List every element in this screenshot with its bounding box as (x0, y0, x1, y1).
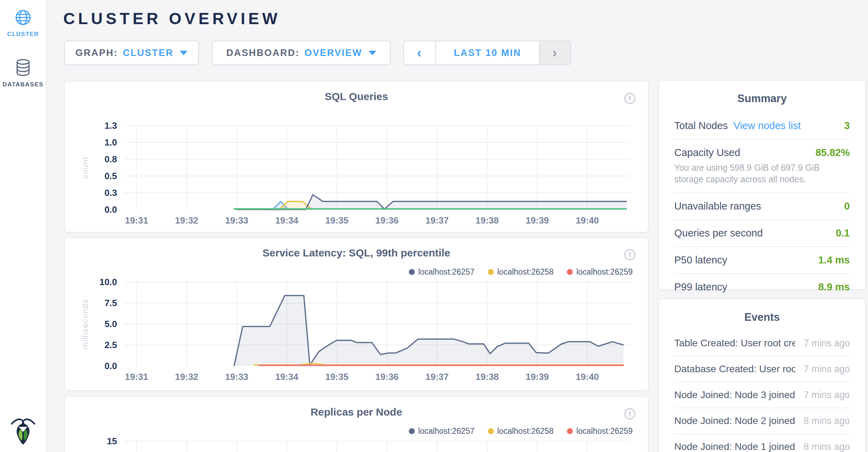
replicas-per-node-panel: Replicas per Node ! localhost:26257local… (64, 396, 649, 452)
event-text: Table Created: User root cre... (674, 338, 795, 349)
summary-row: Total NodesView nodes list3 (674, 113, 850, 140)
globe-icon (15, 21, 31, 27)
svg-text:0.0: 0.0 (105, 205, 117, 214)
sql-queries-panel: SQL Queries ! count0.00.30.50.81.01.319:… (64, 81, 649, 233)
time-range-button[interactable]: LAST 10 MIN (435, 41, 540, 64)
sidebar-item-label: DATABASES (0, 81, 46, 88)
time-range-selector: ‹ LAST 10 MIN › (403, 41, 571, 65)
events-panel: Events Table Created: User root cre...7 … (658, 298, 866, 452)
summary-row-subtext: You are using 598.9 GiB of 697.9 GiB sto… (674, 162, 850, 185)
svg-text:19:32: 19:32 (175, 372, 198, 382)
chevron-right-icon: › (552, 45, 557, 61)
graph-dropdown-label: GRAPH: (76, 48, 118, 58)
event-text: Database Created: User roo... (674, 363, 795, 375)
summary-row-value: 1.4 ms (818, 254, 850, 266)
service-latency-panel: Service Latency: SQL, 99th percentile ! … (64, 237, 649, 391)
chevron-left-icon: ‹ (417, 45, 422, 61)
chart-title: Replicas per Node (65, 397, 648, 418)
svg-text:19:36: 19:36 (375, 216, 398, 225)
summary-row-value: 85.82% (816, 147, 850, 158)
event-time: 7 mins ago (795, 390, 850, 401)
summary-rows: Total NodesView nodes list3Capacity Used… (674, 113, 850, 300)
svg-text:0.0: 0.0 (105, 361, 117, 371)
svg-text:0.5: 0.5 (105, 171, 117, 181)
dashboard-dropdown-label: DASHBOARD: (226, 48, 300, 58)
svg-text:5.0: 5.0 (105, 319, 117, 329)
sidebar: CLUSTER DATABASES (0, 0, 47, 452)
summary-row: Unavailable ranges0 (674, 193, 850, 220)
svg-text:15: 15 (107, 436, 117, 446)
svg-text:19:34: 19:34 (275, 216, 299, 225)
svg-text:0.3: 0.3 (105, 188, 117, 198)
summary-row-value: 8.9 ms (818, 281, 850, 293)
svg-text:19:31: 19:31 (125, 216, 148, 225)
svg-text:19:37: 19:37 (426, 372, 449, 382)
cluster-overview-page: CLUSTER DATABASES CLUSTER O (0, 0, 868, 452)
svg-text:19:39: 19:39 (526, 216, 549, 225)
time-range-next-button[interactable]: › (540, 41, 570, 64)
events-title: Events (674, 311, 850, 324)
svg-text:19:36: 19:36 (375, 372, 398, 382)
info-icon[interactable]: ! (624, 93, 635, 104)
svg-text:1.0: 1.0 (105, 137, 117, 147)
svg-text:7.5: 7.5 (105, 298, 117, 308)
summary-row: Queries per second0.1 (674, 220, 850, 247)
svg-text:19:40: 19:40 (576, 216, 599, 225)
charts-column: SQL Queries ! count0.00.30.50.81.01.319:… (64, 81, 649, 452)
sidebar-item-databases[interactable]: DATABASES (0, 59, 46, 88)
dashboard-dropdown[interactable]: DASHBOARD: OVERVIEW (212, 41, 391, 65)
svg-text:10.0: 10.0 (99, 277, 117, 287)
chevron-down-icon (180, 51, 187, 55)
event-time: 7 mins ago (795, 364, 850, 375)
time-range-label: LAST 10 MIN (454, 48, 521, 58)
event-row[interactable]: Node Joined: Node 2 joined...8 mins ago (674, 408, 850, 434)
event-time: 8 mins ago (795, 442, 850, 452)
summary-row: P99 latency8.9 ms (674, 274, 850, 300)
event-time: 7 mins ago (795, 338, 850, 349)
info-icon[interactable]: ! (624, 408, 635, 419)
info-icon[interactable]: ! (624, 249, 635, 260)
sidebar-item-label: CLUSTER (0, 31, 46, 38)
summary-row-label: Total Nodes (674, 120, 728, 132)
svg-text:19:32: 19:32 (175, 216, 198, 225)
event-row[interactable]: Node Joined: Node 1 joined...8 mins ago (674, 434, 850, 452)
event-row[interactable]: Table Created: User root cre...7 mins ag… (674, 331, 850, 356)
service-latency-chart: milliseconds0.02.55.07.510.019:3119:3219… (72, 271, 641, 387)
svg-text:count: count (80, 156, 90, 179)
summary-row-value: 0 (844, 200, 850, 212)
replicas-per-node-chart: 05101519:3119:3219:3319:3419:3519:3619:3… (72, 431, 641, 452)
graph-dropdown[interactable]: GRAPH: CLUSTER (64, 41, 199, 65)
summary-row: Capacity Used85.82%You are using 598.9 G… (674, 140, 850, 193)
svg-text:2.5: 2.5 (105, 340, 117, 350)
svg-text:0.8: 0.8 (105, 154, 117, 164)
summary-row-label: Queries per second (674, 227, 763, 239)
summary-row-value: 0.1 (836, 227, 850, 239)
svg-text:19:34: 19:34 (275, 372, 299, 382)
event-row[interactable]: Node Joined: Node 3 joined...7 mins ago (674, 382, 850, 408)
summary-title: Summary (674, 92, 850, 105)
chevron-down-icon (369, 51, 376, 55)
summary-row: P50 latency1.4 ms (674, 247, 850, 274)
sql-queries-chart: count0.00.30.50.81.01.319:3119:3219:3319… (72, 115, 641, 231)
svg-text:19:38: 19:38 (476, 372, 499, 382)
svg-text:19:31: 19:31 (125, 372, 148, 382)
svg-text:19:40: 19:40 (576, 372, 599, 382)
summary-row-label: Capacity Used (674, 147, 740, 158)
graph-dropdown-value: CLUSTER (123, 48, 173, 58)
svg-text:19:37: 19:37 (426, 216, 449, 225)
chart-title: Service Latency: SQL, 99th percentile (65, 238, 648, 259)
svg-text:19:35: 19:35 (325, 216, 348, 225)
summary-row-label: Unavailable ranges (674, 200, 761, 212)
svg-text:1.3: 1.3 (105, 121, 117, 130)
event-text: Node Joined: Node 3 joined... (674, 389, 795, 401)
svg-text:milliseconds: milliseconds (80, 299, 90, 349)
view-nodes-list-link[interactable]: View nodes list (733, 120, 801, 132)
time-range-prev-button[interactable]: ‹ (404, 41, 435, 64)
svg-text:19:33: 19:33 (225, 372, 248, 382)
sidebar-item-cluster[interactable]: CLUSTER (0, 9, 46, 38)
events-rows: Table Created: User root cre...7 mins ag… (674, 331, 850, 452)
svg-text:19:33: 19:33 (225, 216, 248, 225)
cockroachdb-logo (0, 416, 46, 447)
dashboard-controls: GRAPH: CLUSTER DASHBOARD: OVERVIEW ‹ LAS… (64, 41, 571, 65)
event-row[interactable]: Database Created: User roo...7 mins ago (674, 356, 850, 382)
